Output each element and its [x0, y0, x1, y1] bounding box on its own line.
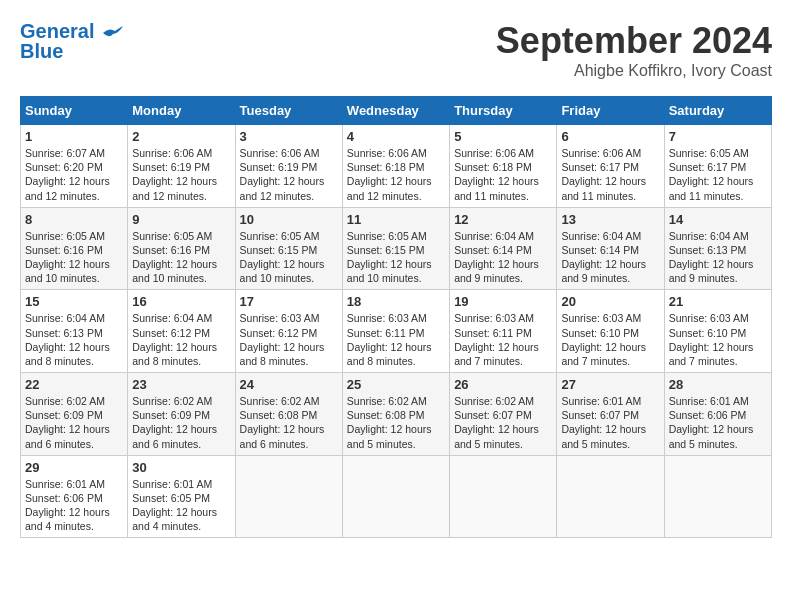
day-content: Sunrise: 6:04 AM Sunset: 6:12 PM Dayligh… — [132, 311, 230, 368]
day-content: Sunrise: 6:04 AM Sunset: 6:13 PM Dayligh… — [25, 311, 123, 368]
day-number: 6 — [561, 129, 659, 144]
day-content: Sunrise: 6:03 AM Sunset: 6:11 PM Dayligh… — [347, 311, 445, 368]
day-number: 5 — [454, 129, 552, 144]
calendar-day-cell: 1Sunrise: 6:07 AM Sunset: 6:20 PM Daylig… — [21, 125, 128, 208]
calendar-day-cell: 28Sunrise: 6:01 AM Sunset: 6:06 PM Dayli… — [664, 373, 771, 456]
day-content: Sunrise: 6:02 AM Sunset: 6:07 PM Dayligh… — [454, 394, 552, 451]
day-number: 1 — [25, 129, 123, 144]
day-content: Sunrise: 6:01 AM Sunset: 6:05 PM Dayligh… — [132, 477, 230, 534]
calendar-week-row: 29Sunrise: 6:01 AM Sunset: 6:06 PM Dayli… — [21, 455, 772, 538]
calendar-day-cell: 15Sunrise: 6:04 AM Sunset: 6:13 PM Dayli… — [21, 290, 128, 373]
calendar-day-cell: 11Sunrise: 6:05 AM Sunset: 6:15 PM Dayli… — [342, 207, 449, 290]
calendar-day-cell: 9Sunrise: 6:05 AM Sunset: 6:16 PM Daylig… — [128, 207, 235, 290]
month-year-title: September 2024 — [496, 20, 772, 62]
day-number: 12 — [454, 212, 552, 227]
calendar-empty-cell — [557, 455, 664, 538]
calendar-day-cell: 16Sunrise: 6:04 AM Sunset: 6:12 PM Dayli… — [128, 290, 235, 373]
day-content: Sunrise: 6:01 AM Sunset: 6:07 PM Dayligh… — [561, 394, 659, 451]
calendar-week-row: 1Sunrise: 6:07 AM Sunset: 6:20 PM Daylig… — [21, 125, 772, 208]
calendar-day-cell: 5Sunrise: 6:06 AM Sunset: 6:18 PM Daylig… — [450, 125, 557, 208]
day-number: 18 — [347, 294, 445, 309]
calendar-day-cell: 21Sunrise: 6:03 AM Sunset: 6:10 PM Dayli… — [664, 290, 771, 373]
calendar-day-cell: 6Sunrise: 6:06 AM Sunset: 6:17 PM Daylig… — [557, 125, 664, 208]
day-of-week-header: Wednesday — [342, 97, 449, 125]
calendar-day-cell: 19Sunrise: 6:03 AM Sunset: 6:11 PM Dayli… — [450, 290, 557, 373]
page-header: General Blue September 2024 Ahigbe Koffi… — [20, 20, 772, 80]
day-number: 21 — [669, 294, 767, 309]
calendar-week-row: 15Sunrise: 6:04 AM Sunset: 6:13 PM Dayli… — [21, 290, 772, 373]
calendar-day-cell: 14Sunrise: 6:04 AM Sunset: 6:13 PM Dayli… — [664, 207, 771, 290]
day-number: 13 — [561, 212, 659, 227]
calendar-day-cell: 13Sunrise: 6:04 AM Sunset: 6:14 PM Dayli… — [557, 207, 664, 290]
day-of-week-header: Saturday — [664, 97, 771, 125]
day-content: Sunrise: 6:02 AM Sunset: 6:09 PM Dayligh… — [132, 394, 230, 451]
day-content: Sunrise: 6:06 AM Sunset: 6:18 PM Dayligh… — [454, 146, 552, 203]
calendar-day-cell: 10Sunrise: 6:05 AM Sunset: 6:15 PM Dayli… — [235, 207, 342, 290]
calendar-empty-cell — [342, 455, 449, 538]
calendar-day-cell: 17Sunrise: 6:03 AM Sunset: 6:12 PM Dayli… — [235, 290, 342, 373]
day-of-week-header: Friday — [557, 97, 664, 125]
day-content: Sunrise: 6:03 AM Sunset: 6:11 PM Dayligh… — [454, 311, 552, 368]
calendar-empty-cell — [235, 455, 342, 538]
day-content: Sunrise: 6:05 AM Sunset: 6:16 PM Dayligh… — [25, 229, 123, 286]
day-number: 29 — [25, 460, 123, 475]
day-number: 16 — [132, 294, 230, 309]
calendar-day-cell: 29Sunrise: 6:01 AM Sunset: 6:06 PM Dayli… — [21, 455, 128, 538]
calendar-day-cell: 4Sunrise: 6:06 AM Sunset: 6:18 PM Daylig… — [342, 125, 449, 208]
day-number: 25 — [347, 377, 445, 392]
logo: General Blue — [20, 20, 124, 63]
day-content: Sunrise: 6:06 AM Sunset: 6:19 PM Dayligh… — [240, 146, 338, 203]
day-content: Sunrise: 6:01 AM Sunset: 6:06 PM Dayligh… — [25, 477, 123, 534]
day-content: Sunrise: 6:04 AM Sunset: 6:14 PM Dayligh… — [454, 229, 552, 286]
logo-text: General — [20, 20, 124, 42]
day-number: 3 — [240, 129, 338, 144]
day-content: Sunrise: 6:02 AM Sunset: 6:08 PM Dayligh… — [240, 394, 338, 451]
bird-icon — [101, 25, 123, 41]
calendar-day-cell: 23Sunrise: 6:02 AM Sunset: 6:09 PM Dayli… — [128, 373, 235, 456]
day-content: Sunrise: 6:07 AM Sunset: 6:20 PM Dayligh… — [25, 146, 123, 203]
day-content: Sunrise: 6:03 AM Sunset: 6:10 PM Dayligh… — [669, 311, 767, 368]
calendar-day-cell: 8Sunrise: 6:05 AM Sunset: 6:16 PM Daylig… — [21, 207, 128, 290]
calendar-day-cell: 25Sunrise: 6:02 AM Sunset: 6:08 PM Dayli… — [342, 373, 449, 456]
calendar-day-cell: 12Sunrise: 6:04 AM Sunset: 6:14 PM Dayli… — [450, 207, 557, 290]
day-of-week-header: Monday — [128, 97, 235, 125]
day-of-week-header: Sunday — [21, 97, 128, 125]
calendar-day-cell: 3Sunrise: 6:06 AM Sunset: 6:19 PM Daylig… — [235, 125, 342, 208]
day-number: 14 — [669, 212, 767, 227]
calendar-day-cell: 22Sunrise: 6:02 AM Sunset: 6:09 PM Dayli… — [21, 373, 128, 456]
calendar-empty-cell — [450, 455, 557, 538]
day-content: Sunrise: 6:06 AM Sunset: 6:17 PM Dayligh… — [561, 146, 659, 203]
day-number: 22 — [25, 377, 123, 392]
day-of-week-header: Tuesday — [235, 97, 342, 125]
day-content: Sunrise: 6:02 AM Sunset: 6:08 PM Dayligh… — [347, 394, 445, 451]
day-number: 11 — [347, 212, 445, 227]
day-number: 26 — [454, 377, 552, 392]
day-content: Sunrise: 6:01 AM Sunset: 6:06 PM Dayligh… — [669, 394, 767, 451]
day-number: 20 — [561, 294, 659, 309]
day-number: 15 — [25, 294, 123, 309]
calendar-empty-cell — [664, 455, 771, 538]
day-content: Sunrise: 6:05 AM Sunset: 6:15 PM Dayligh… — [240, 229, 338, 286]
calendar-week-row: 8Sunrise: 6:05 AM Sunset: 6:16 PM Daylig… — [21, 207, 772, 290]
day-number: 10 — [240, 212, 338, 227]
day-content: Sunrise: 6:05 AM Sunset: 6:16 PM Dayligh… — [132, 229, 230, 286]
day-number: 17 — [240, 294, 338, 309]
day-content: Sunrise: 6:05 AM Sunset: 6:15 PM Dayligh… — [347, 229, 445, 286]
day-number: 28 — [669, 377, 767, 392]
calendar-day-cell: 20Sunrise: 6:03 AM Sunset: 6:10 PM Dayli… — [557, 290, 664, 373]
day-number: 27 — [561, 377, 659, 392]
day-number: 9 — [132, 212, 230, 227]
title-area: September 2024 Ahigbe Koffikro, Ivory Co… — [496, 20, 772, 80]
calendar-week-row: 22Sunrise: 6:02 AM Sunset: 6:09 PM Dayli… — [21, 373, 772, 456]
day-content: Sunrise: 6:04 AM Sunset: 6:13 PM Dayligh… — [669, 229, 767, 286]
calendar-day-cell: 2Sunrise: 6:06 AM Sunset: 6:19 PM Daylig… — [128, 125, 235, 208]
day-number: 4 — [347, 129, 445, 144]
calendar-day-cell: 24Sunrise: 6:02 AM Sunset: 6:08 PM Dayli… — [235, 373, 342, 456]
day-content: Sunrise: 6:03 AM Sunset: 6:12 PM Dayligh… — [240, 311, 338, 368]
day-of-week-header: Thursday — [450, 97, 557, 125]
day-content: Sunrise: 6:04 AM Sunset: 6:14 PM Dayligh… — [561, 229, 659, 286]
calendar-day-cell: 27Sunrise: 6:01 AM Sunset: 6:07 PM Dayli… — [557, 373, 664, 456]
day-content: Sunrise: 6:03 AM Sunset: 6:10 PM Dayligh… — [561, 311, 659, 368]
calendar-header: SundayMondayTuesdayWednesdayThursdayFrid… — [21, 97, 772, 125]
day-number: 24 — [240, 377, 338, 392]
